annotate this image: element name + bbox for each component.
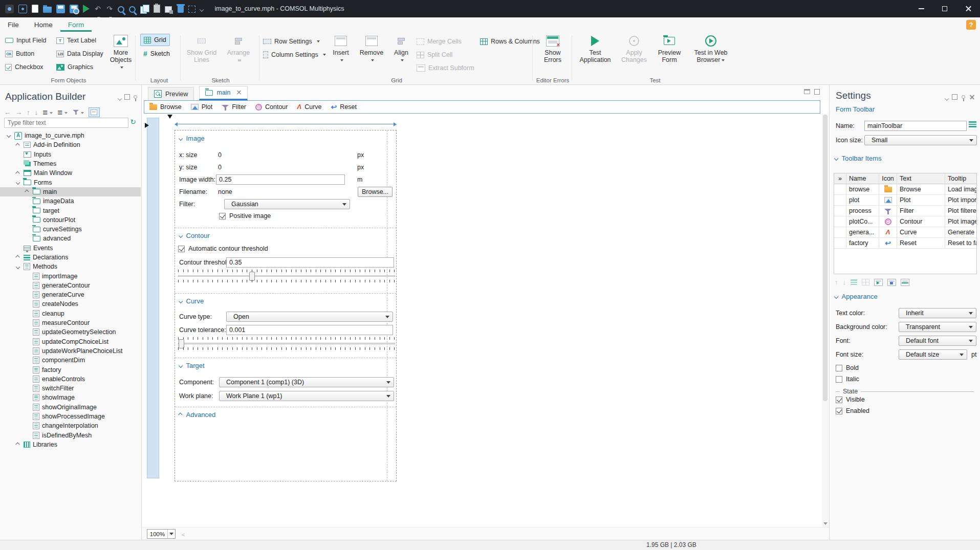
help-button[interactable]: ? xyxy=(966,20,976,30)
remove-button[interactable]: Remove xyxy=(358,34,385,64)
show-grid-lines-button[interactable]: Show Grid Lines xyxy=(184,34,219,64)
nav-down-icon[interactable]: ↓ xyxy=(35,108,38,116)
tree-item-declarations[interactable]: Declarations xyxy=(0,253,141,262)
tree-item-importimage[interactable]: importImage xyxy=(0,271,141,280)
redo-icon[interactable]: ↷ xyxy=(106,5,113,13)
tree-filter-input[interactable] xyxy=(4,118,128,128)
new-file-icon[interactable] xyxy=(32,5,38,13)
undo-icon[interactable]: ↶ xyxy=(94,5,101,13)
tab-preview[interactable]: Preview xyxy=(148,87,194,100)
panel-float-icon[interactable] xyxy=(124,94,130,100)
open-file-icon[interactable] xyxy=(43,7,52,13)
tree-item-target[interactable]: target xyxy=(0,206,141,215)
tab-main[interactable]: main xyxy=(199,86,247,100)
tree-item-methods[interactable]: Methods xyxy=(0,262,141,271)
tree-item-generatecontour[interactable]: generateContour xyxy=(0,281,141,290)
rows-columns-button[interactable]: Rows & Columns xyxy=(480,36,540,47)
checkbox-object-button[interactable]: Checkbox xyxy=(5,61,43,73)
visible-checkbox[interactable]: Visible xyxy=(836,396,865,403)
edit-table-icon[interactable] xyxy=(862,279,869,285)
contour-slider[interactable] xyxy=(178,275,395,277)
column-handle-icon[interactable] xyxy=(167,115,172,119)
curve-slider[interactable] xyxy=(178,343,395,344)
preview-form-button[interactable]: Preview Form xyxy=(654,34,685,64)
image-width-input[interactable] xyxy=(216,174,345,185)
vertical-scrollbar[interactable] xyxy=(822,114,829,527)
form-toolbar-browse-button[interactable]: Browse xyxy=(149,103,182,111)
positive-image-checkbox-box[interactable] xyxy=(219,213,226,219)
component-select[interactable]: Component 1 (comp1) (3D) xyxy=(219,377,394,387)
button-object-button[interactable]: OKButton xyxy=(5,48,34,59)
data-display-button[interactable]: 1.23Data Display xyxy=(56,48,103,59)
scroll-down-icon[interactable] xyxy=(823,522,827,525)
chevron-down-icon[interactable] xyxy=(5,134,12,137)
expand-columns-icon[interactable]: » xyxy=(834,173,846,184)
minimize-button[interactable] xyxy=(909,0,933,17)
font-select[interactable]: Default font xyxy=(899,336,976,346)
find-icon[interactable] xyxy=(129,6,136,13)
toolbar-item-row-plotco[interactable]: plotCo...ContourPlot image c... xyxy=(834,216,976,227)
text-color-select[interactable]: Inherit xyxy=(899,308,976,318)
settings-pin-icon[interactable] xyxy=(962,95,965,99)
name-edit-icon[interactable] xyxy=(969,121,976,129)
section-curve[interactable]: Curve xyxy=(179,297,204,305)
italic-checkbox-box[interactable] xyxy=(836,376,842,383)
more-objects-button[interactable]: More Objects xyxy=(108,34,133,71)
insert-button[interactable]: Insert xyxy=(329,34,353,64)
row-settings-button[interactable]: Row Settings xyxy=(263,36,320,47)
merge-cells-button[interactable]: Merge Cells xyxy=(417,36,462,47)
form-toolbar-filter-button[interactable]: Filter xyxy=(222,103,246,111)
enabled-checkbox-box[interactable] xyxy=(836,408,842,414)
enabled-checkbox[interactable]: Enabled xyxy=(836,407,869,414)
hscroll-left-icon[interactable]: < xyxy=(182,532,185,538)
tree-item-themes[interactable]: Themes xyxy=(0,159,141,168)
tree-item-imagedata[interactable]: imageData xyxy=(0,196,141,206)
editor-float-icon[interactable] xyxy=(814,89,820,95)
nav-up-icon[interactable]: ↑ xyxy=(27,108,30,116)
tab-home[interactable]: Home xyxy=(27,18,60,32)
tree-item-libraries[interactable]: Libraries xyxy=(0,440,141,449)
save-as-icon[interactable] xyxy=(70,5,78,13)
tree-item-updategeometryselection[interactable]: updateGeometrySelection xyxy=(0,327,141,337)
tree-item-forms[interactable]: Forms xyxy=(0,178,141,187)
zoom-dropdown-icon[interactable] xyxy=(167,530,175,538)
tree-item-updateworkplanechoicelist[interactable]: updateWorkPlaneChoiceList xyxy=(0,346,141,356)
collapse-all-icon[interactable]: ≣ xyxy=(42,108,53,116)
bold-checkbox-box[interactable] xyxy=(836,365,842,371)
toolbar-item-row-factory[interactable]: factory↩ResetReset to fact... xyxy=(834,238,976,249)
section-image[interactable]: Image xyxy=(179,135,205,142)
tab-form[interactable]: Form xyxy=(60,18,92,32)
section-contour[interactable]: Contour xyxy=(179,232,210,239)
paste-icon[interactable] xyxy=(154,5,160,13)
test-in-web-browser-button[interactable]: Test in Web Browser xyxy=(689,34,732,64)
settings-float-icon[interactable] xyxy=(952,94,957,100)
chevron-right-icon[interactable] xyxy=(14,256,21,259)
column-settings-button[interactable]: Column Settings xyxy=(263,49,326,60)
panel-collapse-icon[interactable] xyxy=(118,94,121,101)
work-plane-select[interactable]: Work Plane 1 (wp1) xyxy=(219,391,394,401)
tree-item-advanced[interactable]: advanced xyxy=(0,234,141,243)
toolbar-item-row-plot[interactable]: plotPlotPlot importe... xyxy=(834,195,976,206)
tree-item-inputs[interactable]: Inputs xyxy=(0,150,141,159)
tree-item-main[interactable]: main xyxy=(0,187,141,196)
editor-restore-icon[interactable] xyxy=(804,89,810,94)
tree-item-createnodes[interactable]: createNodes xyxy=(0,299,141,309)
image-filter-select[interactable]: Gaussian xyxy=(224,199,350,209)
expand-all-icon[interactable]: ≣ xyxy=(57,108,68,116)
add-separator-item-icon[interactable] xyxy=(901,279,909,286)
apply-changes-button[interactable]: Apply Changes xyxy=(618,34,650,64)
background-color-select[interactable]: Transparent xyxy=(899,322,976,332)
app-window-icon[interactable] xyxy=(18,5,27,13)
tree-item-updatecompchoicelist[interactable]: updateCompChoiceList xyxy=(0,337,141,346)
panel-pin-icon[interactable] xyxy=(134,95,137,99)
delete-icon[interactable] xyxy=(178,6,184,13)
curve-type-select[interactable]: Open xyxy=(226,312,393,322)
browse-file-button[interactable]: Browse... xyxy=(358,187,393,197)
font-size-select[interactable]: Default size xyxy=(899,349,967,360)
zoom-control[interactable]: 100% xyxy=(147,529,176,539)
close-tab-icon[interactable] xyxy=(236,90,242,95)
toolbar-item-row-genera[interactable]: genera...ΛCurveGenerate cur... xyxy=(834,227,976,238)
icon-size-select[interactable]: Small xyxy=(864,135,977,145)
align-button[interactable]: Align xyxy=(390,34,412,64)
visible-checkbox-box[interactable] xyxy=(836,397,842,403)
